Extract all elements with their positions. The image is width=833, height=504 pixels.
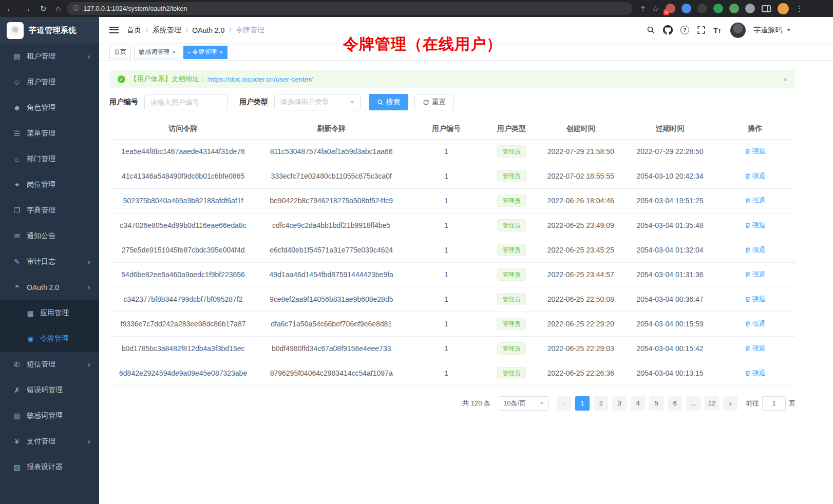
next-page-button[interactable]: › xyxy=(723,396,737,411)
force-logout-button[interactable]: 强退 xyxy=(745,270,766,279)
extension-icon-6[interactable] xyxy=(745,4,755,13)
breadcrumb-token[interactable]: 令牌管理 xyxy=(236,26,264,35)
font-size-icon[interactable] xyxy=(713,26,721,34)
sidebar-item-payment[interactable]: ¥ 支付管理 ∨ xyxy=(0,429,99,454)
action-cell: 强退 xyxy=(714,139,796,164)
user-avatar[interactable] xyxy=(730,23,746,38)
breadcrumb-system[interactable]: 系统管理 xyxy=(153,26,181,35)
force-logout-button[interactable]: 强退 xyxy=(745,369,766,378)
sidebar-item-oauth[interactable]: ❝ OAuth 2.0 ∧ xyxy=(0,275,99,300)
sidebar-item-error-code[interactable]: ✗ 错误码管理 xyxy=(0,377,99,403)
tab-home[interactable]: 首页 xyxy=(109,46,131,59)
user-type-select[interactable]: 请选择用户类型 xyxy=(274,94,361,110)
alert-close-icon[interactable]: × xyxy=(783,75,787,84)
goto-page-input[interactable] xyxy=(762,396,786,411)
url-text[interactable]: 127.0.0.1:1024/system/oauth2/token xyxy=(83,5,187,12)
home-icon[interactable] xyxy=(56,5,61,13)
sidebar-item-notice[interactable]: ✉ 通知公告 xyxy=(0,223,99,249)
user-type-badge: 管理员 xyxy=(497,293,526,305)
forward-icon[interactable] xyxy=(23,5,31,12)
force-logout-button[interactable]: 强退 xyxy=(745,171,766,181)
sidebar-item-report-designer[interactable]: ▧ 报表设计器 xyxy=(0,454,99,480)
extension-icon-4[interactable] xyxy=(713,4,723,13)
page-size-select[interactable]: 10条/页 xyxy=(499,396,548,411)
refresh-token-cell: e6cfd40eb1f54571a31e775e039c4624 xyxy=(257,238,406,262)
force-logout-button[interactable]: 强退 xyxy=(745,196,766,205)
help-icon[interactable] xyxy=(680,26,689,34)
breadcrumb-oauth[interactable]: OAuth 2.0 xyxy=(192,26,224,34)
token-icon: ◉ xyxy=(25,335,36,343)
bookmark-star-icon[interactable] xyxy=(652,5,659,13)
page-button-1[interactable]: 1 xyxy=(575,396,590,411)
reload-icon[interactable] xyxy=(40,5,47,12)
sidebar-item-oauth-token[interactable]: ◉ 令牌管理 xyxy=(0,326,99,352)
sidebar-item-menu[interactable]: ☰ 菜单管理 xyxy=(0,121,99,146)
force-logout-button[interactable]: 强退 xyxy=(745,245,766,255)
browser-menu-icon[interactable] xyxy=(796,4,803,13)
force-logout-button[interactable]: 强退 xyxy=(745,147,766,156)
breadcrumb-home[interactable]: 首页 xyxy=(127,26,141,35)
search-button[interactable]: 搜索 xyxy=(369,94,408,110)
sidebar-item-audit-log[interactable]: ✎ 审计日志 ∨ xyxy=(0,249,99,275)
page-button-5[interactable]: 5 xyxy=(649,396,664,411)
created-time-cell: 2022-06-25 22:26:36 xyxy=(536,361,626,385)
sidebar-item-sensitive-word[interactable]: ▥ 敏感词管理 xyxy=(0,403,99,429)
browser-toolbar: 127.0.0.1:1024/system/oauth2/token 0 xyxy=(0,0,833,17)
sidebar-item-post[interactable]: ✦ 岗位管理 xyxy=(0,172,99,198)
close-icon[interactable]: × xyxy=(172,49,176,55)
user-id-input[interactable] xyxy=(144,94,228,110)
sidebar-item-label: OAuth 2.0 xyxy=(27,283,59,292)
access-token-cell: 6d842e2924594de9a09e45e087323abe xyxy=(109,361,257,385)
user-type-badge: 管理员 xyxy=(497,219,526,231)
extension-icon-1[interactable]: 0 xyxy=(666,4,675,13)
close-icon[interactable]: × xyxy=(219,49,223,55)
side-panel-icon[interactable] xyxy=(762,5,771,12)
tab-token[interactable]: ●令牌管理× xyxy=(183,46,228,59)
extension-icon-3[interactable] xyxy=(697,4,707,13)
sidebar-item-oauth-app[interactable]: ▦ 应用管理 xyxy=(0,300,99,326)
prev-page-button[interactable]: ‹ xyxy=(557,396,571,411)
page-button-6[interactable]: 6 xyxy=(668,396,682,411)
doc-link[interactable]: https://doc.iocoder.cn/user-center/ xyxy=(209,75,313,83)
user-type-badge: 管理员 xyxy=(497,268,526,281)
browser-profile-avatar[interactable] xyxy=(778,3,789,14)
force-logout-button[interactable]: 强退 xyxy=(745,295,766,304)
app-logo[interactable]: 芋道管理系统 xyxy=(0,17,99,44)
github-icon[interactable] xyxy=(663,25,673,35)
tab-label: 敏感词管理 xyxy=(139,48,169,56)
search-icon[interactable] xyxy=(647,26,655,34)
sidebar-item-tenant[interactable]: ▤ 租户管理 ∨ xyxy=(0,44,99,69)
force-logout-button[interactable]: 强退 xyxy=(745,344,766,353)
sidebar-item-role[interactable]: ☻ 角色管理 xyxy=(0,95,99,121)
access-token-cell: 502375b8040a469a9b82188afdf6af1f xyxy=(109,188,257,213)
site-info-icon[interactable] xyxy=(73,4,79,13)
refresh-icon xyxy=(423,99,429,106)
back-icon[interactable] xyxy=(6,5,14,12)
username[interactable]: 芋道源码 xyxy=(753,26,782,35)
page-button-12[interactable]: 12 xyxy=(705,396,719,411)
page-button-2[interactable]: 2 xyxy=(594,396,608,411)
sidebar-item-department[interactable]: ⌂ 部门管理 xyxy=(0,146,99,172)
page-button-3[interactable]: 3 xyxy=(612,396,627,411)
address-bar[interactable]: 127.0.0.1:1024/system/oauth2/token xyxy=(67,2,632,15)
share-icon[interactable] xyxy=(640,5,646,13)
page-button-4[interactable]: 4 xyxy=(631,396,645,411)
fullscreen-icon[interactable] xyxy=(697,26,706,34)
force-logout-button[interactable]: 强退 xyxy=(745,221,766,230)
sidebar-item-sms[interactable]: ✆ 短信管理 ∨ xyxy=(0,352,99,377)
user-id-cell: 1 xyxy=(406,164,487,188)
sidebar-item-dictionary[interactable]: ❐ 字典管理 xyxy=(0,198,99,223)
extension-icon-5[interactable] xyxy=(729,4,739,13)
extension-icon-2[interactable] xyxy=(681,4,691,13)
page-more-button[interactable]: ... xyxy=(686,396,701,411)
delete-icon xyxy=(745,345,751,352)
reset-button[interactable]: 重置 xyxy=(414,94,454,110)
hamburger-icon[interactable] xyxy=(109,27,119,33)
chevron-down-icon[interactable] xyxy=(787,29,791,31)
tab-sensitive-word[interactable]: 敏感词管理× xyxy=(134,46,180,59)
sidebar-item-label: 租户管理 xyxy=(27,52,55,61)
user-type-badge: 管理员 xyxy=(497,318,526,330)
force-logout-button[interactable]: 强退 xyxy=(745,319,766,328)
sidebar-item-user[interactable]: ☺ 用户管理 xyxy=(0,69,99,95)
action-cell: 强退 xyxy=(714,287,796,312)
